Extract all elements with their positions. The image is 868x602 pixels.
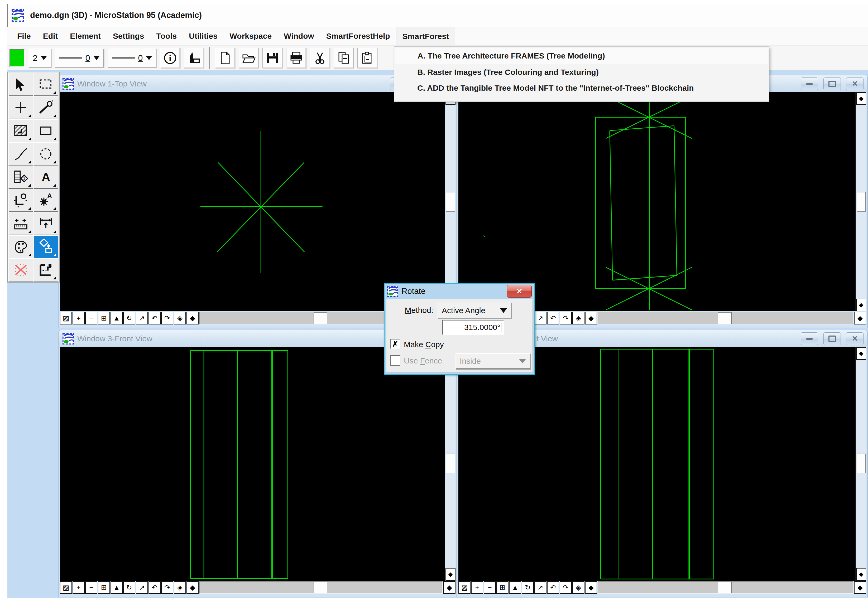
tool-cells[interactable]: 1 [8, 166, 33, 189]
view-next-button[interactable]: ↷ [560, 581, 572, 594]
scroll-up-button[interactable]: ◆ [856, 92, 866, 105]
scroll-right-button[interactable]: ◆ [443, 581, 456, 594]
menu-edit[interactable]: Edit [37, 27, 64, 45]
menu-file[interactable]: File [11, 27, 37, 45]
angle-input[interactable]: 315.0000° [442, 320, 504, 335]
scroll-right-button[interactable]: ◆ [854, 581, 866, 594]
menu-window[interactable]: Window [278, 27, 320, 45]
tool-modify-element[interactable] [34, 258, 58, 281]
window-4-canvas[interactable] [459, 347, 856, 580]
vertical-scroll-thumb[interactable] [857, 454, 866, 473]
window-area-button[interactable]: ⊞ [98, 581, 110, 594]
fence-mode-dropdown[interactable]: Inside [456, 353, 530, 369]
render-view-button[interactable]: ◈ [174, 581, 186, 594]
view-previous-button[interactable]: ↶ [547, 312, 559, 324]
zoom-in-button[interactable]: + [471, 581, 483, 594]
rotate-dialog-title-bar[interactable]: Rotate ✕ [385, 284, 534, 299]
vertical-scroll-track[interactable] [445, 360, 456, 568]
scroll-up-button[interactable]: ◆ [856, 347, 866, 360]
menu-workspace[interactable]: Workspace [224, 27, 278, 45]
tool-points[interactable] [8, 96, 33, 119]
scroll-right-button[interactable]: ◆ [854, 312, 866, 324]
zoom-out-button[interactable]: − [85, 312, 97, 324]
close-button[interactable]: ✕ [846, 332, 863, 345]
line-style-dropdown-1[interactable]: 0 [55, 49, 104, 68]
rotate-view-button[interactable]: ↻ [522, 581, 534, 594]
tool-element-selection[interactable] [8, 73, 33, 96]
menu-item-add-nft[interactable]: C. ADD the Tangible Tree Model NFT to th… [395, 80, 768, 96]
window-area-button[interactable]: ⊞ [98, 312, 110, 324]
tool-text[interactable]: A [34, 166, 58, 189]
tool-annotate[interactable]: A [34, 189, 58, 212]
pan-view-button[interactable]: ↗ [534, 312, 546, 324]
tool-dimensions[interactable] [34, 212, 58, 235]
maximize-button[interactable] [823, 77, 841, 90]
vertical-scrollbar[interactable]: ◆ ◆ [856, 347, 866, 580]
render-view-button[interactable]: ◈ [573, 312, 585, 324]
render-view-button[interactable]: ◈ [174, 312, 186, 324]
view-next-button[interactable]: ↷ [161, 312, 173, 324]
pan-view-button[interactable]: ↗ [534, 581, 546, 594]
scroll-down-button[interactable]: ◆ [445, 568, 456, 580]
view-previous-button[interactable]: ↶ [148, 312, 161, 324]
tool-construct-line[interactable] [34, 96, 58, 119]
vertical-scroll-track[interactable] [445, 105, 456, 299]
window-3-canvas[interactable] [60, 347, 445, 580]
tool-manipulate-element[interactable] [34, 235, 58, 258]
line-style-dropdown-2[interactable]: 0 [108, 49, 157, 68]
window-area-button[interactable]: ⊞ [496, 581, 508, 594]
menu-element[interactable]: Element [64, 27, 107, 45]
dialog-close-button[interactable]: ✕ [507, 285, 532, 298]
vertical-scrollbar[interactable]: ◆ ◆ [856, 92, 866, 311]
fit-view-button[interactable]: ▲ [509, 581, 521, 594]
use-fence-checkbox[interactable] [390, 355, 400, 366]
window-1-canvas[interactable] [60, 92, 445, 311]
vertical-scroll-track[interactable] [856, 360, 866, 568]
tool-ellipses[interactable] [34, 142, 58, 166]
save-button[interactable] [262, 48, 282, 68]
cut-button[interactable] [310, 48, 330, 68]
element-information-button[interactable]: i [160, 48, 180, 68]
tool-delete-element[interactable] [8, 258, 33, 281]
view-next-button[interactable]: ↷ [560, 312, 572, 324]
minimize-button[interactable] [801, 77, 818, 90]
maximize-button[interactable] [823, 332, 841, 345]
scroll-left-button[interactable]: ◆ [585, 581, 597, 594]
plot-button[interactable] [184, 48, 204, 68]
zoom-out-button[interactable]: − [85, 581, 97, 594]
scroll-left-button[interactable]: ◆ [585, 312, 597, 324]
menu-utilities[interactable]: Utilities [183, 27, 223, 45]
view-next-button[interactable]: ↷ [161, 581, 173, 594]
active-color-swatch[interactable] [9, 49, 25, 67]
menu-smartforesthelp[interactable]: SmartForestHelp [320, 27, 396, 45]
vertical-scroll-track[interactable] [856, 105, 866, 299]
horizontal-scroll-thumb[interactable] [314, 582, 327, 593]
view-previous-button[interactable]: ↶ [547, 581, 559, 594]
horizontal-scroll-thumb[interactable] [718, 582, 732, 593]
rotate-view-button[interactable]: ↻ [123, 581, 135, 594]
zoom-out-button[interactable]: − [484, 581, 496, 594]
copy-button[interactable] [334, 48, 354, 68]
menu-item-raster-images[interactable]: B. Raster Images (Tree Colouring and Tex… [395, 64, 768, 80]
horizontal-scroll-track[interactable] [598, 581, 854, 594]
method-dropdown[interactable]: Active Angle [437, 303, 511, 318]
window-2-canvas[interactable] [459, 92, 856, 311]
make-copy-checkbox[interactable]: ✗ [390, 339, 400, 349]
tool-patterns[interactable] [8, 119, 33, 142]
vertical-scrollbar[interactable]: ◆ ◆ [445, 92, 456, 311]
tool-measure[interactable] [8, 212, 33, 235]
scroll-down-button[interactable]: ◆ [856, 568, 866, 580]
rotate-view-button[interactable]: ↻ [123, 312, 135, 324]
scroll-left-button[interactable]: ◆ [186, 312, 199, 324]
horizontal-scroll-track[interactable] [598, 312, 854, 324]
vertical-scrollbar[interactable]: ◆ ◆ [445, 347, 456, 580]
line-weight-dropdown[interactable]: 2 [28, 49, 51, 68]
app-title-bar[interactable]: demo.dgn (3D) - MicroStation 95 (Academi… [8, 4, 868, 27]
tool-arcs[interactable] [8, 142, 33, 166]
menu-settings[interactable]: Settings [107, 27, 150, 45]
menu-item-tree-architecture[interactable]: A. The Tree Architecture FRAMES (Tree Mo… [395, 48, 768, 64]
render-view-button[interactable]: ◈ [573, 581, 585, 594]
menu-smartforest[interactable]: SmartForest [396, 27, 456, 45]
fit-view-button[interactable]: ▲ [111, 312, 123, 324]
fit-view-button[interactable]: ▲ [111, 581, 123, 594]
